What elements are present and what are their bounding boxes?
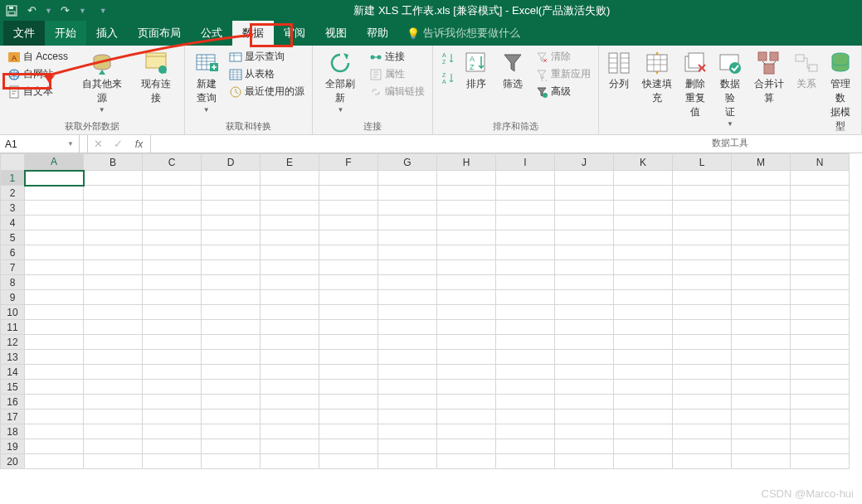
cell[interactable] (378, 245, 437, 260)
cell[interactable] (732, 275, 791, 290)
row-header[interactable]: 18 (1, 424, 25, 439)
row-header[interactable]: 6 (1, 245, 25, 260)
cell[interactable] (202, 380, 261, 395)
cell[interactable] (202, 290, 261, 305)
tab-view[interactable]: 视图 (315, 21, 357, 46)
cell[interactable] (143, 305, 202, 320)
cell[interactable] (202, 320, 261, 335)
cell[interactable] (84, 305, 143, 320)
cell[interactable] (378, 186, 437, 201)
cell[interactable] (202, 171, 261, 186)
cell[interactable] (143, 245, 202, 260)
cell[interactable] (555, 260, 614, 275)
row-header[interactable]: 17 (1, 410, 25, 424)
cell[interactable] (437, 305, 496, 320)
cell[interactable] (791, 305, 850, 320)
cell[interactable] (202, 260, 261, 275)
cell[interactable] (84, 320, 143, 335)
cell[interactable] (378, 275, 437, 290)
cell[interactable] (319, 454, 378, 469)
cell[interactable] (378, 454, 437, 469)
cell[interactable] (84, 410, 143, 424)
cell[interactable] (84, 424, 143, 439)
cell[interactable] (732, 410, 791, 424)
row-header[interactable]: 13 (1, 350, 25, 365)
cell[interactable] (143, 439, 202, 454)
cell[interactable] (261, 201, 319, 216)
tab-review[interactable]: 审阅 (274, 21, 315, 46)
cell[interactable] (732, 439, 791, 454)
cell[interactable] (261, 171, 319, 186)
cell[interactable] (673, 305, 732, 320)
undo-dropdown-icon[interactable]: ▼ (45, 7, 52, 15)
tab-home[interactable]: 开始 (45, 21, 86, 46)
cell[interactable] (202, 335, 261, 350)
cell[interactable] (791, 365, 850, 380)
col-header[interactable]: B (84, 154, 143, 171)
save-icon[interactable] (5, 4, 18, 17)
tab-file[interactable]: 文件 (3, 21, 45, 46)
cell[interactable] (437, 201, 496, 216)
fx-icon[interactable]: fx (128, 135, 151, 153)
cell[interactable] (496, 424, 555, 439)
cell[interactable] (791, 350, 850, 365)
cell[interactable] (614, 186, 673, 201)
row-header[interactable]: 5 (1, 230, 25, 245)
cell[interactable] (25, 275, 84, 290)
cell[interactable] (732, 230, 791, 245)
cell[interactable] (143, 186, 202, 201)
refresh-all-button[interactable]: 全部刷新 ▼ (318, 48, 363, 115)
cell[interactable] (673, 201, 732, 216)
row-header[interactable]: 2 (1, 186, 25, 201)
cell[interactable] (261, 245, 319, 260)
cell[interactable] (614, 380, 673, 395)
cell[interactable] (791, 171, 850, 186)
cell[interactable] (84, 186, 143, 201)
cell[interactable] (84, 454, 143, 469)
cell[interactable] (791, 245, 850, 260)
cell[interactable] (25, 365, 84, 380)
recent-sources-button[interactable]: 最近使用的源 (226, 83, 307, 100)
new-query-button[interactable]: 新建 查询 ▼ (190, 48, 223, 115)
cell[interactable] (673, 186, 732, 201)
tell-me[interactable]: 💡 告诉我你想要做什么 (407, 26, 520, 41)
cell[interactable] (378, 439, 437, 454)
cell[interactable] (143, 365, 202, 380)
cell[interactable] (202, 275, 261, 290)
cell[interactable] (261, 395, 319, 410)
cell[interactable] (791, 439, 850, 454)
cell[interactable] (378, 424, 437, 439)
cell[interactable] (437, 290, 496, 305)
text-to-columns-button[interactable]: 分列 (604, 48, 634, 93)
cell[interactable] (673, 380, 732, 395)
cell[interactable] (143, 201, 202, 216)
cell[interactable] (673, 320, 732, 335)
cell[interactable] (673, 439, 732, 454)
col-header[interactable]: F (319, 154, 378, 171)
cell[interactable] (555, 439, 614, 454)
cell[interactable] (378, 201, 437, 216)
cell[interactable] (732, 186, 791, 201)
cell[interactable] (437, 410, 496, 424)
cell[interactable] (84, 171, 143, 186)
cell[interactable] (319, 424, 378, 439)
col-header[interactable]: A (25, 154, 84, 171)
cell[interactable] (261, 186, 319, 201)
cell[interactable] (791, 410, 850, 424)
cell[interactable] (378, 335, 437, 350)
cell[interactable] (791, 230, 850, 245)
cell[interactable] (84, 245, 143, 260)
cell[interactable] (791, 260, 850, 275)
cell[interactable] (25, 454, 84, 469)
cell[interactable] (496, 365, 555, 380)
cell[interactable] (319, 365, 378, 380)
cell[interactable] (496, 395, 555, 410)
advanced-filter-button[interactable]: 高级 (533, 83, 593, 100)
cell[interactable] (732, 216, 791, 230)
cell[interactable] (673, 410, 732, 424)
cell[interactable] (496, 350, 555, 365)
cell[interactable] (319, 320, 378, 335)
cell[interactable] (496, 186, 555, 201)
cell[interactable] (378, 290, 437, 305)
cell[interactable] (614, 275, 673, 290)
